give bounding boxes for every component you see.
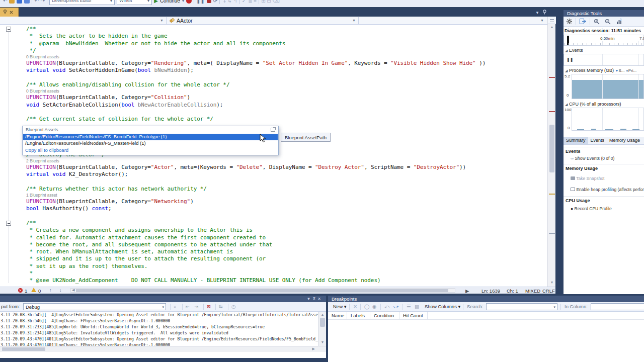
delete-breakpoint-icon[interactable]: ✕ [353, 304, 357, 309]
stop-debug-icon[interactable] [207, 0, 211, 3]
copy-all-link[interactable]: Copy all to clipboard [25, 147, 68, 153]
log-line[interactable]: 3.11-20.09.31:233][485]LogWorld: UWorld:… [1, 324, 318, 330]
open-file-icon[interactable] [9, 0, 15, 4]
editor-vertical-scrollbar[interactable]: ▲ ▼ [547, 17, 555, 287]
diagnostics-titlebar[interactable]: Diagnostic Tools [564, 10, 644, 17]
code-line[interactable]: /** Allows enabling/disabling collision … [26, 81, 547, 88]
zoom-in-icon[interactable] [594, 19, 600, 25]
tab-memory-usage[interactable]: Memory Usage [607, 137, 642, 145]
tab-events[interactable]: Events [588, 137, 607, 145]
log-line[interactable]: 3.11-20.09.43:470][401]LogChaos: FPhysic… [1, 342, 318, 346]
split-editor-handle[interactable] [548, 17, 556, 24]
navigate-back-icon[interactable]: ↶ [3, 0, 7, 4]
enable-all-icon[interactable]: ◉ [372, 304, 376, 309]
goto-next-icon[interactable]: ⇥ [194, 304, 198, 309]
project-dropdown-arrow[interactable]: ▼ [160, 19, 164, 22]
continue-button[interactable]: Continue [160, 0, 180, 4]
memory-section-header[interactable]: ◢ Process Memory (GB) ▼S... ●Pri... [565, 68, 636, 73]
timestamp-icon[interactable]: ◷ [231, 304, 235, 309]
code-line[interactable]: /** Get current state of collision for t… [26, 116, 547, 123]
code-line[interactable]: UFUNCTION(BlueprintCallable, Category="N… [26, 198, 547, 205]
dock-popup-icon[interactable] [271, 128, 275, 132]
h-scrollbar-thumb[interactable] [76, 289, 448, 292]
events-track[interactable]: ❚❚ [564, 54, 644, 66]
code-line[interactable]: */ [26, 47, 547, 54]
select-tools-icon[interactable] [580, 19, 586, 24]
codelens-indicator[interactable]: 2 Blueprint assets [26, 158, 547, 164]
solution-config-combo[interactable]: Development Editor▾ [49, 0, 115, 5]
restart-icon[interactable]: ⟳ [213, 0, 217, 4]
fold-collapse-box[interactable] [6, 27, 11, 32]
code-line[interactable]: * skipped and it is up to the user to at… [26, 255, 547, 262]
type-dropdown[interactable]: AActor [177, 18, 193, 24]
code-line[interactable]: * @param bNewHidden Whether or not to hi… [26, 40, 547, 47]
code-line[interactable]: virtual void K2_DestroyActor(); [26, 171, 547, 178]
code-line[interactable] [26, 74, 547, 81]
word-wrap-icon[interactable]: ↹ [219, 304, 223, 309]
codelens-indicator[interactable]: 1 Blueprint asset [26, 193, 547, 198]
output-titlebar[interactable]: ▼⊼✕ [0, 296, 326, 302]
popup-item[interactable]: /Engine/EditorResources/FieldNodes/FS_Ma… [23, 140, 278, 147]
code-line[interactable]: bool HasAuthority() const; [26, 205, 547, 212]
step-icons[interactable]: ❚❚ [196, 0, 205, 4]
in-column-combo[interactable] [591, 303, 644, 310]
scroll-up-icon[interactable]: ▲ [548, 25, 556, 29]
undo-icon[interactable]: ↶ [34, 0, 38, 4]
code-line[interactable]: /** Returns whether this actor has netwo… [26, 186, 547, 193]
codelens-indicator[interactable]: 0 Blueprint assets [26, 88, 547, 94]
breakpoints-list[interactable] [328, 320, 644, 362]
code-line[interactable]: * called for. Automatic attachment cause… [26, 234, 547, 241]
active-document-tab[interactable] [0, 8, 19, 17]
popup-item[interactable]: /Engine/EditorResources/FieldNodes/FS_Bo… [23, 134, 278, 140]
column-header[interactable]: Hit Count [399, 312, 428, 320]
log-line[interactable]: 3.11-20.08.36:546][ 4]LogChaos: FPhysics… [1, 318, 318, 324]
column-header[interactable]: Condition [370, 312, 399, 320]
caret-menu-icon[interactable]: ▶ [465, 288, 469, 294]
cpu-chart[interactable] [572, 108, 644, 131]
code-line[interactable]: * @see UK2Node_AddComponent DO NOT CALL … [26, 277, 547, 284]
heap-profiling-toggle[interactable]: Enable heap profiling (affects perfor [571, 187, 644, 192]
scrollbar-thumb[interactable] [549, 125, 554, 172]
disable-all-icon[interactable]: ◯ [364, 304, 370, 309]
document-list-dropdown-icon[interactable]: ▼ [535, 11, 539, 15]
error-icon[interactable]: ✕ [18, 288, 23, 293]
encoding-indicator[interactable]: MIXED [525, 288, 540, 294]
record-cpu-profile-button[interactable]: ● Record CPU Profile [571, 206, 612, 211]
code-line[interactable] [26, 109, 547, 116]
export-icon[interactable]: ⤺ [384, 304, 389, 310]
code-line[interactable]: /** [26, 26, 547, 33]
log-line[interactable]: 3.11-20.09.43:470][401]LogAssetEditorSub… [1, 336, 318, 342]
columns-icon[interactable]: ☰ [407, 304, 411, 309]
member-dropdown-arrow[interactable]: ▼ [540, 19, 544, 22]
output-log[interactable]: 3.11-20.08.36:545][ 4]LogAssetEditorSubs… [0, 312, 318, 346]
fold-collapse-box[interactable] [6, 221, 11, 226]
continue-icon[interactable]: ▶ [154, 0, 158, 4]
close-tab-icon[interactable] [10, 11, 13, 14]
code-line[interactable]: * Sets the actor to be hidden in the gam… [26, 33, 547, 40]
timeline-ruler[interactable]: 6:50min 7:0 [564, 35, 644, 46]
codelens-indicator[interactable]: 0 Blueprint assets [26, 54, 547, 60]
warning-icon[interactable] [31, 288, 36, 292]
column-header[interactable]: Labels [347, 312, 370, 320]
pin-window-icon[interactable]: ⊼ [312, 297, 317, 301]
next-issue-icon[interactable]: ↓ [59, 288, 62, 293]
column-indicator[interactable]: Ch: 1 [507, 288, 518, 294]
show-columns-button[interactable]: Show Columns ▾ [425, 304, 460, 309]
float-window-icon[interactable] [542, 10, 547, 15]
code-line[interactable]: UFUNCTION(BlueprintCallable, Category="R… [26, 60, 547, 67]
code-line[interactable]: * [26, 270, 547, 277]
code-line[interactable]: /** [26, 220, 547, 227]
new-breakpoint-button[interactable]: New ▾ [333, 304, 346, 309]
code-line[interactable]: UFUNCTION(BlueprintCallable, Category="A… [26, 164, 547, 171]
log-line[interactable]: 3.11-20.09.31:234][485]LogSlate: Invalid… [1, 330, 318, 336]
code-line[interactable] [26, 178, 547, 185]
output-vscrollbar[interactable]: ▲ ▼ [318, 312, 326, 346]
tab-summary[interactable]: Summary [564, 137, 588, 145]
goto-prev-icon[interactable]: ⇤ [186, 304, 190, 309]
code-editor[interactable]: /** * Sets the actor to be hidden in the… [0, 25, 547, 287]
go-to-source-icon[interactable]: ⤻ [393, 304, 398, 310]
log-line[interactable]: 3.11-20.08.36:545][ 4]LogAssetEditorSubs… [1, 312, 318, 318]
hot-reload-icon[interactable] [186, 0, 192, 4]
code-line[interactable]: virtual void SetActorHiddenInGame(bool b… [26, 67, 547, 74]
zoom-out-icon[interactable] [605, 19, 611, 25]
